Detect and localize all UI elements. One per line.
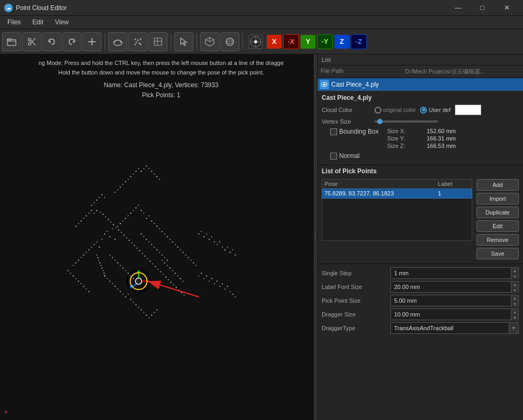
svg-point-79 bbox=[190, 260, 191, 261]
add-points-btn[interactable] bbox=[82, 32, 101, 51]
svg-point-131 bbox=[146, 314, 147, 315]
pick-point-row-0[interactable]: 75.8289, 83.7227, 86.1823 1 bbox=[322, 189, 472, 199]
single-step-down[interactable]: ▼ bbox=[511, 274, 518, 279]
file-list-item[interactable]: Cast Piece_4.ply bbox=[317, 78, 523, 91]
dragger-size-spinbox[interactable]: 10.00 mm ▲ ▼ bbox=[390, 309, 519, 320]
pick-col-label-header: Label bbox=[438, 181, 470, 187]
label-font-size-label: Label Font Size bbox=[322, 284, 390, 290]
pick-point-size-row: Pick Point Size 5.00 mm ▲ ▼ bbox=[322, 295, 519, 306]
add-pick-button[interactable]: Add bbox=[477, 179, 519, 191]
pick-table-empty-area bbox=[322, 199, 472, 241]
title-controls: — □ ✕ bbox=[446, 0, 519, 16]
label-font-size-down[interactable]: ▼ bbox=[511, 287, 518, 293]
remove-pick-button[interactable]: Remove bbox=[477, 234, 519, 246]
pick-point-size-value: 5.00 mm bbox=[391, 295, 511, 306]
dragger-size-up[interactable]: ▲ bbox=[511, 309, 518, 315]
scissors-btn[interactable] bbox=[22, 32, 41, 51]
svg-point-178 bbox=[91, 204, 92, 206]
menu-view[interactable]: View bbox=[50, 16, 74, 29]
normal-checkbox-item[interactable]: Normal bbox=[330, 152, 360, 160]
bounding-box-checkbox-item[interactable]: Bounding Box bbox=[330, 128, 379, 135]
dragger-size-down[interactable]: ▼ bbox=[511, 315, 518, 321]
svg-point-38 bbox=[115, 239, 116, 240]
size-y-row: Size Y: 166.31 mm bbox=[387, 135, 456, 142]
axis-zn-btn[interactable]: -Z bbox=[351, 34, 367, 49]
svg-point-138 bbox=[72, 275, 73, 276]
normal-row: Normal bbox=[322, 152, 519, 160]
axis-view-btn[interactable] bbox=[246, 32, 265, 51]
file-list-header: File Path D:/Mech Projects/点云编辑器... bbox=[317, 66, 523, 78]
size-z-value: 166.53 mm bbox=[414, 143, 456, 149]
svg-point-187 bbox=[88, 212, 89, 213]
visibility-icon[interactable] bbox=[320, 80, 329, 89]
open-folder-btn[interactable] bbox=[2, 32, 21, 51]
close-button[interactable]: ✕ bbox=[494, 0, 519, 16]
svg-point-261 bbox=[323, 83, 325, 86]
viewport[interactable]: ng Mode: Press and hold the CTRL key, th… bbox=[0, 54, 314, 420]
user-color-picker[interactable] bbox=[455, 105, 481, 115]
minimize-button[interactable]: — bbox=[446, 0, 470, 16]
svg-point-231 bbox=[146, 239, 147, 240]
normal-checkbox[interactable] bbox=[330, 153, 337, 160]
svg-point-233 bbox=[151, 244, 152, 245]
svg-point-111 bbox=[227, 247, 228, 248]
select-btn[interactable] bbox=[174, 32, 193, 51]
svg-point-69 bbox=[164, 234, 165, 235]
axis-yn-btn[interactable]: -Y bbox=[317, 34, 333, 49]
import-pick-button[interactable]: Import bbox=[477, 193, 519, 204]
single-step-label: Single Step bbox=[322, 270, 390, 276]
box-model-btn[interactable] bbox=[200, 32, 219, 51]
svg-point-84 bbox=[120, 186, 121, 188]
single-step-up[interactable]: ▲ bbox=[511, 268, 518, 274]
label-font-size-arrows: ▲ ▼ bbox=[511, 282, 518, 293]
pick-point-size-up[interactable]: ▲ bbox=[511, 295, 518, 301]
dragger-type-dropdown[interactable]: TransAxisAndTrackball ▼ bbox=[390, 322, 519, 334]
svg-point-13 bbox=[140, 38, 142, 40]
svg-point-96 bbox=[151, 171, 152, 172]
svg-point-50 bbox=[75, 262, 76, 263]
pick-point-size-spinbox[interactable]: 5.00 mm ▲ ▼ bbox=[390, 295, 519, 306]
points-display-btn[interactable] bbox=[128, 32, 147, 51]
svg-point-45 bbox=[91, 247, 92, 248]
duplicate-pick-button[interactable]: Duplicate bbox=[477, 207, 519, 218]
pick-point-size-down[interactable]: ▼ bbox=[511, 301, 518, 307]
undo-btn[interactable] bbox=[42, 32, 61, 51]
svg-point-242 bbox=[98, 260, 99, 261]
axis-x-btn[interactable]: X bbox=[266, 34, 282, 49]
menu-edit[interactable]: Edit bbox=[27, 16, 49, 29]
axis-y-btn[interactable]: Y bbox=[300, 34, 316, 49]
label-font-size-up[interactable]: ▲ bbox=[511, 282, 518, 287]
label-font-size-control: 20.00 mm ▲ ▼ bbox=[390, 281, 519, 293]
menu-files[interactable]: Files bbox=[2, 16, 26, 29]
save-pick-button[interactable]: Save bbox=[477, 248, 519, 259]
label-font-size-spinbox[interactable]: 20.00 mm ▲ ▼ bbox=[390, 281, 519, 293]
original-color-radio[interactable]: original color bbox=[375, 107, 416, 114]
dragger-type-arrow[interactable]: ▼ bbox=[509, 323, 518, 333]
svg-point-97 bbox=[154, 173, 155, 174]
axis-xn-btn[interactable]: -X bbox=[283, 34, 299, 49]
user-def-radio[interactable]: User def bbox=[420, 107, 451, 114]
edit-pick-button[interactable]: Edit bbox=[477, 220, 519, 232]
svg-point-216 bbox=[203, 278, 204, 279]
svg-point-54 bbox=[125, 218, 126, 219]
svg-point-146 bbox=[102, 213, 104, 214]
redo-btn[interactable] bbox=[62, 32, 81, 51]
svg-point-180 bbox=[96, 200, 97, 201]
maximize-button[interactable]: □ bbox=[470, 0, 494, 16]
axis-z-btn[interactable]: Z bbox=[334, 34, 350, 49]
grid-btn[interactable] bbox=[148, 32, 167, 51]
svg-point-237 bbox=[162, 254, 163, 255]
bounding-box-checkbox[interactable] bbox=[330, 128, 337, 135]
svg-point-90 bbox=[135, 171, 136, 172]
svg-point-228 bbox=[235, 296, 236, 297]
vertex-size-slider-thumb[interactable] bbox=[377, 119, 382, 124]
dragger-size-row: Dragger Size 10.00 mm ▲ ▼ bbox=[322, 309, 519, 320]
svg-point-11 bbox=[135, 38, 136, 40]
vertex-size-label: Vertex Size bbox=[322, 118, 375, 125]
svg-point-151 bbox=[116, 227, 117, 228]
cloud-btn[interactable] bbox=[108, 32, 127, 51]
single-step-spinbox[interactable]: 1 mm ▲ ▼ bbox=[390, 267, 519, 279]
vertex-size-slider-track[interactable] bbox=[375, 120, 438, 123]
svg-point-145 bbox=[100, 211, 101, 212]
sphere-btn[interactable] bbox=[220, 32, 239, 51]
